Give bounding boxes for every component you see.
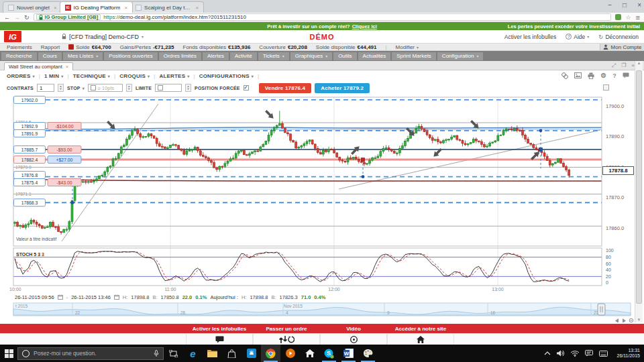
calendar-icon[interactable]: [58, 294, 63, 300]
action-label-vid-o[interactable]: Vidéo: [320, 324, 387, 333]
logout-link[interactable]: ↻ Déconnexion: [598, 34, 639, 40]
edge-icon[interactable]: e: [183, 345, 203, 362]
menu-item-alertes[interactable]: Alertes: [203, 52, 229, 60]
browser-tab-ig-dealing-platform[interactable]: IGIG Dealing Platform×: [60, 1, 133, 13]
help-menu[interactable]: ? Aide▾: [566, 34, 589, 40]
tab-close-icon[interactable]: ×: [195, 5, 199, 11]
file-explorer-icon[interactable]: [203, 345, 222, 362]
touch-keyboard-icon[interactable]: [599, 351, 608, 357]
payments-button[interactable]: Paiements: [7, 44, 32, 50]
menu-item-activit[interactable]: Activité: [230, 52, 257, 60]
word-icon[interactable]: W: [339, 345, 358, 362]
browser-tab-nouvel-onglet[interactable]: Nouvel onglet×: [3, 1, 62, 13]
browser-menu-icon[interactable]: ≡: [636, 13, 640, 21]
modify-link[interactable]: Modifier▾: [396, 44, 419, 50]
action-label-activer-les-infobulles[interactable]: Activer les infobulles: [186, 324, 253, 333]
indicators-icon[interactable]: [561, 72, 568, 79]
report-button[interactable]: Rapport: [41, 44, 60, 50]
cert-chip[interactable]: IG Group Limited [GB]: [36, 14, 101, 20]
network-wifi-icon[interactable]: [571, 351, 579, 357]
tray-chevron-icon[interactable]: [544, 351, 551, 355]
action-home-icon[interactable]: [387, 334, 454, 345]
my-account-button[interactable]: Mon Compte: [600, 44, 644, 50]
panel-expand-icon[interactable]: ⤢: [612, 62, 616, 69]
menu-item-configuration[interactable]: Configuration▾: [437, 52, 484, 60]
dock-panel-icon[interactable]: [603, 84, 609, 90]
menu-item-outils[interactable]: Outils: [333, 52, 356, 60]
tab-close-icon[interactable]: ×: [124, 5, 127, 11]
cortana-search-box[interactable]: Posez-moi une question.: [17, 347, 164, 360]
range-start[interactable]: 26-11-2015 09:56: [15, 294, 54, 300]
menu-item-ordres-limit-s[interactable]: Ordres limités: [159, 52, 201, 60]
range-end[interactable]: 26-11-2015 13:46: [71, 294, 111, 300]
menu-item-actualit-s[interactable]: Actualités: [358, 52, 391, 60]
start-button[interactable]: [0, 345, 17, 362]
tab-close-icon[interactable]: ×: [54, 5, 57, 11]
limit-input[interactable]: [155, 84, 182, 92]
print-icon[interactable]: [588, 72, 594, 79]
paint-icon[interactable]: [358, 345, 378, 362]
action-label-passer-un-ordre[interactable]: Passer un ordre: [253, 324, 320, 333]
stop-input[interactable]: ≥ 10pts: [88, 84, 123, 92]
settings-gear-icon[interactable]: ⚙: [600, 72, 606, 79]
feedback-bubble-icon[interactable]: [623, 72, 629, 78]
media-player-icon[interactable]: [280, 345, 300, 362]
forward-icon[interactable]: →: [14, 14, 20, 21]
chart-menu-alertes[interactable]: ALERTES▾: [159, 73, 189, 79]
activate-tooltips-link[interactable]: Activer les infobulles: [504, 34, 556, 40]
scroll-down-icon[interactable]: ▼: [635, 318, 643, 322]
menu-item-tickets[interactable]: Tickets▾: [258, 52, 289, 60]
menu-item-mes-listes[interactable]: Mes Listes▾: [63, 52, 103, 60]
task-view-button[interactable]: [164, 345, 183, 362]
chart-menu-ordres[interactable]: ORDRES▾: [7, 73, 35, 79]
chart-help-icon[interactable]: ?: [612, 72, 616, 79]
microphone-icon[interactable]: [154, 350, 159, 357]
volume-icon[interactable]: [557, 350, 565, 357]
menu-item-positions-ouvertes[interactable]: Positions ouvertes: [104, 52, 157, 60]
sketch-app-icon[interactable]: [241, 345, 261, 362]
clock[interactable]: 13:31 26/11/2015: [614, 348, 640, 359]
price-chart[interactable]: 17902.017894.517892.9-$104.0017891.91788…: [0, 94, 644, 322]
menu-item-graphiques[interactable]: Graphiques▾: [290, 52, 332, 60]
chart-tab[interactable]: Wall Street au comptant×: [4, 62, 73, 70]
extension-icon[interactable]: [615, 14, 621, 20]
close-icon[interactable]: ×: [637, 1, 641, 10]
stop-stepper[interactable]: ▲▼: [126, 84, 132, 92]
bookmark-star-icon[interactable]: ☆: [626, 14, 631, 21]
panel-popout-icon[interactable]: ❐: [621, 62, 626, 69]
notifications-icon[interactable]: [585, 350, 593, 357]
limit-checkbox[interactable]: [158, 85, 163, 90]
menu-item-cours[interactable]: Cours: [38, 52, 62, 60]
contracts-stepper[interactable]: ▲▼: [58, 84, 64, 92]
minimize-icon[interactable]: −: [608, 1, 612, 10]
chart-scrollbar[interactable]: ▲ ▼: [635, 61, 643, 322]
browser-tab-scalping-et-day-tradi[interactable]: Scalping et Day tradi×: [130, 1, 204, 13]
scroll-up-icon[interactable]: ▲: [635, 61, 643, 65]
chart-menu-croquis[interactable]: CROQUIS▾: [119, 73, 150, 79]
action-order-icon[interactable]: [253, 334, 320, 345]
chart-menu-1-min[interactable]: 1 MIN▾: [44, 73, 64, 79]
chart-menu-technique[interactable]: TECHNIQUE▾: [73, 73, 110, 79]
action-label-acc-der-notre-site[interactable]: Accéder à notre site: [387, 324, 454, 333]
maximize-icon[interactable]: □: [623, 1, 627, 10]
stop-checkbox[interactable]: [91, 85, 96, 90]
home-app-icon[interactable]: [300, 345, 319, 362]
chart-menu-configurations[interactable]: CONFIGURATIONS▾: [199, 73, 254, 79]
tab-close-icon[interactable]: ×: [66, 64, 68, 70]
reload-icon[interactable]: ↻: [24, 14, 30, 21]
address-bar[interactable]: IG Group Limited [GB] https://demo-deal.…: [34, 13, 611, 21]
menu-item-sprint-markets[interactable]: Sprint Markets: [392, 52, 436, 60]
promo-link[interactable]: Cliquez ici: [352, 23, 377, 29]
menu-item-recherche[interactable]: Recherche: [1, 52, 37, 60]
forced-position-checkbox[interactable]: ✓: [244, 85, 249, 90]
windows-store-icon[interactable]: [222, 345, 241, 362]
action-video-icon[interactable]: [320, 334, 387, 345]
limit-stepper[interactable]: ▲▼: [185, 84, 191, 92]
buy-button[interactable]: Acheter 17879.2: [315, 83, 370, 93]
chrome-icon[interactable]: [261, 345, 280, 362]
action-chat-icon[interactable]: [186, 334, 253, 345]
contracts-input[interactable]: 1: [37, 84, 54, 92]
skype-icon[interactable]: S: [319, 345, 339, 362]
sell-button[interactable]: Vendre 17876.4: [259, 83, 312, 93]
image-export-icon[interactable]: [574, 72, 582, 78]
